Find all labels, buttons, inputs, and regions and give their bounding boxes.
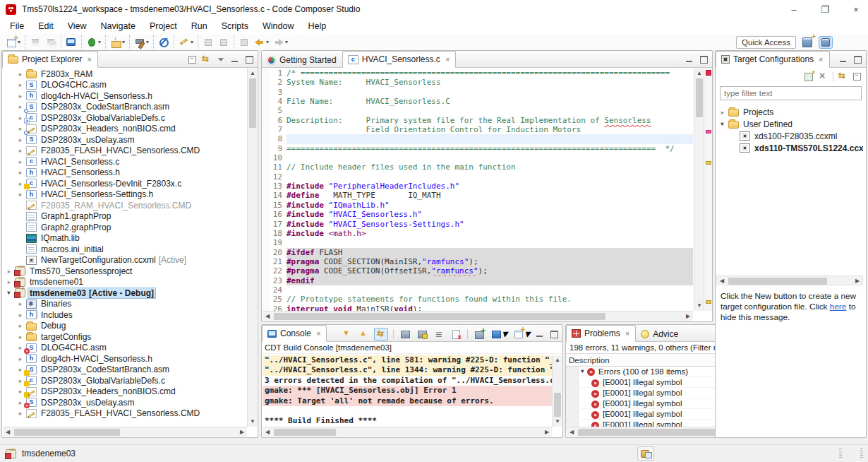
tab-hvaci-sensorless-c[interactable]: HVACI_Sensorless.c× xyxy=(342,51,457,68)
code-line[interactable]: 20#ifdef FLASH xyxy=(263,248,693,257)
expander-icon[interactable]: ▸ xyxy=(16,136,25,143)
scroll-left-icon[interactable]: ◀ xyxy=(263,312,272,321)
saveall-button[interactable] xyxy=(44,35,58,49)
overview-marker[interactable] xyxy=(706,161,711,165)
dropdown-icon[interactable]: ▾ xyxy=(502,327,507,340)
tree-item[interactable]: ▸DSP2803x_CodeStartBranch.asm xyxy=(3,365,247,376)
scroll-right-icon[interactable]: ▶ xyxy=(683,312,693,321)
open-button[interactable] xyxy=(473,328,486,340)
tree-item[interactable]: ▸User Defined xyxy=(716,118,863,130)
open-perspective-button[interactable] xyxy=(800,36,814,49)
tab-advice[interactable]: Advice xyxy=(636,326,684,342)
tree-item[interactable]: ▸Includes xyxy=(3,309,247,321)
code-line[interactable]: 10 xyxy=(263,153,693,162)
code-line[interactable]: 12 xyxy=(263,172,693,182)
tree-item[interactable]: ▸tmsdeneme03[Active - Debug] xyxy=(3,288,247,299)
tree-item[interactable]: NewTargetConfiguration.ccxml[Active] xyxy=(3,255,247,266)
tab-getting-started[interactable]: Getting Started xyxy=(262,52,342,68)
menu-scripts[interactable]: Scripts xyxy=(215,20,255,32)
clear-button[interactable] xyxy=(450,328,462,340)
scroll-up-icon[interactable]: ▲ xyxy=(248,69,258,78)
dropdown-icon[interactable]: ▾ xyxy=(122,39,125,45)
down-button[interactable] xyxy=(340,328,353,340)
expander-icon[interactable]: ▸ xyxy=(718,109,728,116)
expander-icon[interactable]: ▸ xyxy=(4,268,14,275)
console-horizontal-scrollbar[interactable]: ◀ ▶ xyxy=(263,427,552,437)
tree-item[interactable]: ▸DSP2803x_usDelay.asm xyxy=(3,134,247,146)
pin-button[interactable] xyxy=(374,328,388,340)
code-line[interactable]: 1/* ====================================… xyxy=(263,69,693,78)
quick-access-button[interactable]: Quick Access xyxy=(736,36,796,49)
minimize-button[interactable] xyxy=(684,54,695,65)
minimize-button[interactable] xyxy=(838,54,849,65)
tree-item[interactable]: ▸Debug xyxy=(3,321,247,332)
forward-button[interactable]: ▾ xyxy=(272,35,289,49)
code-line[interactable]: 5 xyxy=(263,106,693,115)
editor-horizontal-scrollbar[interactable]: ◀ ▶ xyxy=(263,311,693,321)
save-button[interactable] xyxy=(28,35,42,49)
restore-window-button[interactable]: ❐ xyxy=(819,4,831,15)
scroll-right-icon[interactable]: ▶ xyxy=(237,427,247,437)
close-icon[interactable]: × xyxy=(819,55,823,64)
build-button[interactable]: ▾ xyxy=(133,35,150,49)
refresh-b-button[interactable] xyxy=(217,35,231,49)
menu-edit[interactable]: Edit xyxy=(31,20,61,32)
tree-item[interactable]: ▸HVACI_Sensorless.c xyxy=(3,156,247,167)
minimize-window-button[interactable]: – xyxy=(788,4,800,15)
code-line[interactable]: 25// Prototype statements for functions … xyxy=(263,295,693,304)
scroll-right-icon[interactable]: ▶ xyxy=(852,276,862,286)
scroll-left-icon[interactable]: ◀ xyxy=(263,427,272,437)
maximize-button[interactable] xyxy=(548,328,560,340)
newtarget-button[interactable] xyxy=(803,71,814,82)
expander-icon[interactable]: ▸ xyxy=(16,71,25,78)
tree-item[interactable]: Graph1.graphProp xyxy=(3,211,247,223)
code-line[interactable]: 9=======================================… xyxy=(263,144,693,153)
maximize-button[interactable] xyxy=(698,54,709,65)
flash-button[interactable]: ▾ xyxy=(109,35,126,49)
expander-icon[interactable]: ▸ xyxy=(16,300,25,307)
code-line[interactable]: 2System Name: HVACI_Sensorless xyxy=(263,78,693,87)
tree-item[interactable]: ▸DSP2803x_GlobalVariableDefs.c xyxy=(3,375,247,386)
scrollbar-thumb[interactable] xyxy=(249,78,256,128)
tree-item[interactable]: Graph2.graphProp xyxy=(3,222,247,233)
close-icon[interactable]: × xyxy=(316,329,320,338)
code-line[interactable]: 3 xyxy=(263,88,693,97)
tree-item[interactable]: ▸tmsdeneme01 xyxy=(3,277,247,288)
expander-icon[interactable]: ▸ xyxy=(4,278,14,285)
code-line[interactable]: 26interrupt void MainISR(void); xyxy=(263,304,693,311)
scroll-down-icon[interactable]: ▼ xyxy=(694,301,704,311)
scroll-left-icon[interactable]: ◀ xyxy=(567,427,577,437)
scrollbar-thumb[interactable] xyxy=(274,313,605,320)
tab-console[interactable]: Console × xyxy=(262,325,327,342)
tree-item[interactable]: ▸×DSP2803x_usDelay.asm xyxy=(3,397,247,408)
code-line[interactable]: 18#include <math.h> xyxy=(263,229,693,238)
code-line[interactable]: 16#include "HVACI_Sensorless.h" xyxy=(263,210,693,219)
editor-vertical-scrollbar[interactable]: ▲ ▼ xyxy=(694,69,704,311)
minimize-button[interactable] xyxy=(229,54,241,65)
probe-button[interactable]: ▾ xyxy=(177,35,195,49)
tree-item[interactable]: ▸DSP2803x_Headers_nonBIOS.cmd xyxy=(3,124,247,135)
tree-item[interactable]: ▸HVACI_Sensorless-DevInit_F2803x.c xyxy=(3,178,247,189)
expander-icon[interactable]: ▸ xyxy=(16,355,25,362)
collapseall-button[interactable] xyxy=(852,71,863,82)
menu-file[interactable]: File xyxy=(3,20,31,32)
scrollbar-thumb[interactable] xyxy=(696,78,703,117)
explorer-vertical-scrollbar[interactable]: ▲ ▼ xyxy=(247,69,257,427)
lock-button[interactable] xyxy=(416,328,428,340)
display-button[interactable]: ▾ xyxy=(490,327,508,340)
target-horizontal-scrollbar[interactable]: ◀ ▶ xyxy=(716,276,863,285)
tab-problems[interactable]: Problems × xyxy=(566,325,636,342)
code-editor[interactable]: 1/* ====================================… xyxy=(263,69,693,311)
tree-item[interactable]: ▸F28035_FLASH_HVACI_Sensorless.CMD xyxy=(3,146,247,157)
close-icon[interactable]: × xyxy=(445,55,450,64)
overview-marker[interactable] xyxy=(706,300,711,304)
menu-help[interactable]: Help xyxy=(301,20,333,32)
code-line[interactable]: 4File Name: HVACI_Sensorless.C xyxy=(263,97,693,106)
close-window-button[interactable]: × xyxy=(850,4,862,15)
code-line[interactable]: 14#define MATH_TYPE IQ_MATH xyxy=(263,191,693,200)
tree-item[interactable]: IQmath.lib xyxy=(3,233,247,244)
tree-item[interactable]: ▸Tms570_Sensorlessproject xyxy=(3,266,247,277)
ccs-edit-perspective-button[interactable] xyxy=(819,36,833,49)
tree-item[interactable]: ▸dlog4ch-HVACI_Sensorless.h xyxy=(3,353,247,365)
last-edit-button[interactable] xyxy=(237,35,251,49)
